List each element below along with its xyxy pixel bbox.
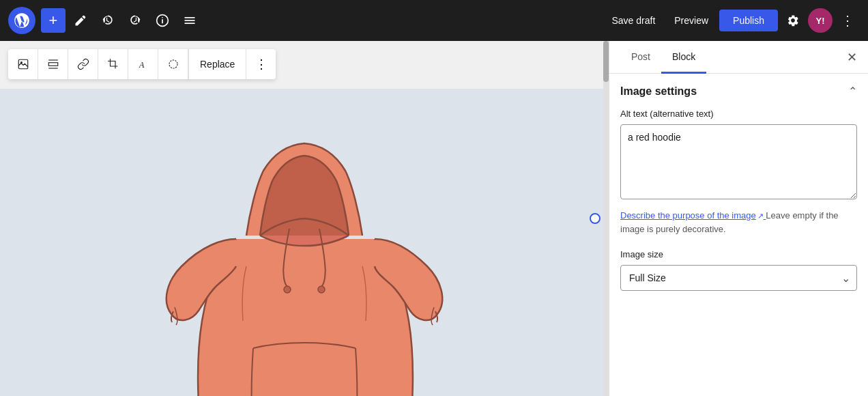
svg-rect-5 — [185, 23, 195, 24]
sidebar: Post Block ✕ Image settings ⌃ Alt text (… — [609, 41, 868, 396]
link-icon — [77, 58, 89, 70]
svg-rect-3 — [185, 17, 195, 18]
svg-point-12 — [169, 60, 177, 68]
svg-text:A: A — [139, 60, 145, 70]
tab-post[interactable]: Post — [620, 42, 661, 74]
pencil-icon — [74, 14, 87, 27]
svg-point-2 — [162, 17, 163, 18]
image-size-select[interactable]: Thumbnail Medium Large Full Size — [620, 265, 857, 291]
alt-text-link-text: Describe the purpose of the image — [620, 210, 756, 221]
svg-rect-4 — [185, 20, 195, 21]
more-options-button[interactable]: ⋮ — [835, 8, 860, 33]
tab-block[interactable]: Block — [661, 42, 706, 74]
details-button[interactable] — [150, 8, 175, 33]
svg-point-14 — [318, 286, 325, 293]
hoodie-svg — [141, 102, 468, 396]
preview-button[interactable]: Preview — [666, 11, 717, 30]
align-button[interactable] — [38, 49, 68, 79]
alt-text-link[interactable]: Describe the purpose of the image↗ — [620, 210, 766, 221]
wp-logo[interactable] — [8, 7, 35, 34]
gear-icon — [786, 14, 800, 27]
sidebar-close-button[interactable]: ✕ — [847, 50, 857, 65]
image-settings-title: Image settings — [620, 85, 697, 98]
mask-button[interactable] — [158, 49, 188, 79]
svg-rect-8 — [48, 63, 58, 66]
redo-button[interactable] — [123, 8, 147, 33]
wp-logo-icon — [14, 12, 30, 29]
image-icon — [17, 58, 29, 70]
image-size-select-wrapper: Thumbnail Medium Large Full Size ⌄ — [620, 265, 857, 291]
yoast-button[interactable]: Y! — [808, 8, 833, 33]
add-block-button[interactable]: + — [41, 8, 66, 33]
replace-button[interactable]: Replace — [188, 49, 246, 79]
editor-area: A Replace ⋮ — [0, 41, 609, 396]
settings-button[interactable] — [781, 8, 805, 33]
editor-scrollbar[interactable] — [603, 41, 609, 396]
sidebar-tabs: Post Block ✕ — [609, 41, 868, 74]
undo-button[interactable] — [96, 8, 120, 33]
sidebar-content: Image settings ⌃ Alt text (alternative t… — [609, 74, 868, 396]
save-draft-button[interactable]: Save draft — [603, 11, 663, 30]
alt-text-description: Describe the purpose of the image↗ Leave… — [620, 209, 857, 236]
image-more-button[interactable]: ⋮ — [246, 49, 276, 79]
align-icon — [47, 58, 59, 70]
resize-handle[interactable] — [590, 213, 601, 224]
main-area: A Replace ⋮ — [0, 41, 868, 396]
link-button[interactable] — [68, 49, 98, 79]
list-view-button[interactable] — [177, 8, 202, 33]
scrollbar-thumb[interactable] — [603, 41, 609, 82]
text-button[interactable]: A — [128, 49, 158, 79]
hoodie-illustration — [141, 102, 468, 396]
mask-icon — [167, 58, 179, 70]
image-canvas — [0, 89, 609, 396]
image-size-label: Image size — [620, 249, 857, 259]
alt-text-input[interactable] — [620, 124, 857, 199]
image-icon-button[interactable] — [8, 49, 38, 79]
publish-button[interactable]: Publish — [719, 10, 778, 31]
list-view-icon — [183, 14, 197, 27]
text-icon: A — [137, 58, 149, 70]
external-link-icon: ↗ — [757, 210, 764, 222]
top-toolbar: + Save draft Preview Publis — [0, 0, 868, 41]
info-icon — [156, 14, 169, 27]
redo-icon — [128, 14, 142, 27]
image-settings-header: Image settings ⌃ — [620, 85, 857, 98]
collapse-image-settings-button[interactable]: ⌃ — [848, 85, 857, 98]
svg-point-13 — [284, 286, 291, 293]
crop-button[interactable] — [98, 49, 128, 79]
image-size-section: Image size Thumbnail Medium Large Full S… — [620, 249, 857, 291]
undo-icon — [101, 14, 115, 27]
tools-button[interactable] — [68, 8, 93, 33]
alt-text-label: Alt text (alternative text) — [620, 109, 857, 119]
crop-icon — [107, 58, 119, 70]
image-toolbar: A Replace ⋮ — [8, 49, 276, 79]
